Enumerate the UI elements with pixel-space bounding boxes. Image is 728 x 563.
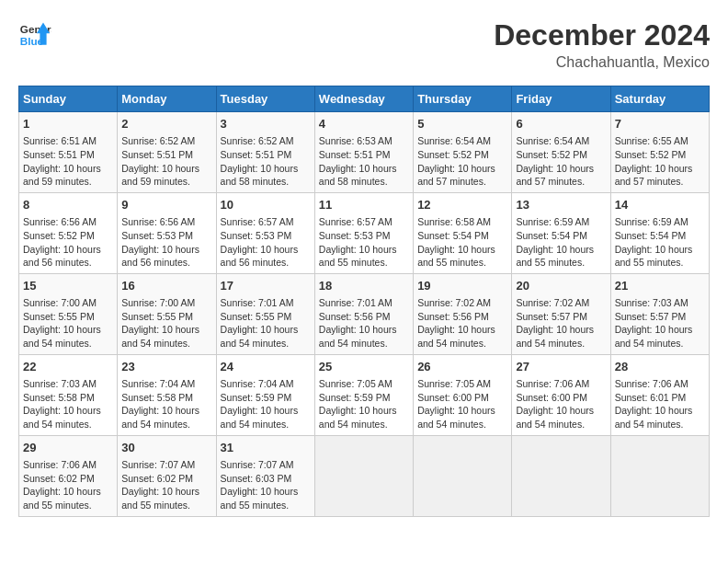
calendar-week-row: 15Sunrise: 7:00 AMSunset: 5:55 PMDayligh… — [19, 273, 710, 354]
calendar-day-cell: 25Sunrise: 7:05 AMSunset: 5:59 PMDayligh… — [314, 354, 413, 435]
sunset-label: Sunset: 5:53 PM — [121, 230, 193, 241]
calendar-day-cell: 16Sunrise: 7:00 AMSunset: 5:55 PMDayligh… — [118, 273, 216, 354]
daylight-label: Daylight: 10 hours and 54 minutes. — [417, 405, 495, 430]
calendar-day-cell: 15Sunrise: 7:00 AMSunset: 5:55 PMDayligh… — [19, 273, 118, 354]
day-number: 14 — [615, 197, 705, 213]
sunrise-label: Sunrise: 7:00 AM — [23, 297, 97, 308]
day-number: 16 — [121, 278, 211, 294]
day-number: 23 — [121, 359, 211, 375]
sunrise-label: Sunrise: 6:56 AM — [23, 216, 97, 227]
calendar-day-cell — [314, 435, 413, 516]
sunset-label: Sunset: 5:53 PM — [319, 230, 391, 241]
sunset-label: Sunset: 5:58 PM — [121, 392, 193, 403]
calendar-day-cell: 26Sunrise: 7:05 AMSunset: 6:00 PMDayligh… — [414, 354, 512, 435]
day-number: 3 — [221, 116, 311, 132]
sunset-label: Sunset: 6:02 PM — [23, 473, 95, 484]
calendar-week-row: 22Sunrise: 7:03 AMSunset: 5:58 PMDayligh… — [19, 354, 710, 435]
calendar-day-cell: 22Sunrise: 7:03 AMSunset: 5:58 PMDayligh… — [19, 354, 118, 435]
calendar-day-cell: 29Sunrise: 7:06 AMSunset: 6:02 PMDayligh… — [19, 435, 118, 516]
day-number: 31 — [221, 440, 311, 456]
calendar-day-cell: 14Sunrise: 6:59 AMSunset: 5:54 PMDayligh… — [610, 192, 709, 273]
daylight-label: Daylight: 10 hours and 54 minutes. — [221, 324, 299, 349]
daylight-label: Daylight: 10 hours and 54 minutes. — [516, 405, 594, 430]
calendar-day-cell — [610, 435, 709, 516]
day-number: 12 — [417, 197, 507, 213]
sunrise-label: Sunrise: 7:06 AM — [516, 378, 589, 389]
calendar-week-row: 8Sunrise: 6:56 AMSunset: 5:52 PMDaylight… — [19, 192, 710, 273]
calendar-day-cell: 18Sunrise: 7:01 AMSunset: 5:56 PMDayligh… — [314, 273, 413, 354]
daylight-label: Daylight: 10 hours and 55 minutes. — [516, 244, 594, 269]
sunrise-label: Sunrise: 7:03 AM — [23, 378, 97, 389]
sunrise-label: Sunrise: 7:01 AM — [319, 297, 392, 308]
sunrise-label: Sunrise: 6:52 AM — [121, 135, 195, 146]
calendar-day-cell: 4Sunrise: 6:53 AMSunset: 5:51 PMDaylight… — [314, 112, 413, 193]
day-number: 11 — [319, 197, 409, 213]
calendar-day-cell: 24Sunrise: 7:04 AMSunset: 5:59 PMDayligh… — [216, 354, 314, 435]
day-number: 6 — [516, 116, 606, 132]
logo: General Blue — [18, 18, 51, 52]
day-of-week-header: Sunday — [19, 86, 118, 112]
calendar-week-row: 29Sunrise: 7:06 AMSunset: 6:02 PMDayligh… — [19, 435, 710, 516]
daylight-label: Daylight: 10 hours and 55 minutes. — [221, 486, 299, 511]
day-number: 1 — [23, 116, 113, 132]
sunrise-label: Sunrise: 6:55 AM — [615, 135, 688, 146]
sunrise-label: Sunrise: 6:57 AM — [221, 216, 294, 227]
sunrise-label: Sunrise: 7:05 AM — [417, 378, 491, 389]
daylight-label: Daylight: 10 hours and 57 minutes. — [417, 163, 495, 188]
sunrise-label: Sunrise: 7:07 AM — [221, 459, 294, 470]
sub-title: Chachahuantla, Mexico — [494, 54, 710, 71]
sunset-label: Sunset: 5:56 PM — [319, 311, 391, 322]
daylight-label: Daylight: 10 hours and 54 minutes. — [615, 405, 693, 430]
day-number: 27 — [516, 359, 606, 375]
daylight-label: Daylight: 10 hours and 58 minutes. — [319, 163, 397, 188]
daylight-label: Daylight: 10 hours and 55 minutes. — [417, 244, 495, 269]
daylight-label: Daylight: 10 hours and 54 minutes. — [121, 324, 199, 349]
day-number: 19 — [417, 278, 507, 294]
sunset-label: Sunset: 5:54 PM — [417, 230, 489, 241]
daylight-label: Daylight: 10 hours and 58 minutes. — [221, 163, 299, 188]
sunset-label: Sunset: 5:52 PM — [615, 149, 687, 160]
sunset-label: Sunset: 6:00 PM — [516, 392, 587, 403]
sunrise-label: Sunrise: 7:01 AM — [221, 297, 294, 308]
main-title: December 2024 — [494, 18, 710, 52]
title-area: December 2024 Chachahuantla, Mexico — [494, 18, 710, 71]
calendar-week-row: 1Sunrise: 6:51 AMSunset: 5:51 PMDaylight… — [19, 112, 710, 193]
day-number: 20 — [516, 278, 606, 294]
day-number: 25 — [319, 359, 409, 375]
calendar-day-cell: 1Sunrise: 6:51 AMSunset: 5:51 PMDaylight… — [19, 112, 118, 193]
sunset-label: Sunset: 5:55 PM — [121, 311, 193, 322]
calendar-day-cell: 5Sunrise: 6:54 AMSunset: 5:52 PMDaylight… — [414, 112, 512, 193]
day-of-week-header: Monday — [118, 86, 216, 112]
sunrise-label: Sunrise: 6:56 AM — [121, 216, 195, 227]
sunrise-label: Sunrise: 7:03 AM — [615, 297, 688, 308]
daylight-label: Daylight: 10 hours and 54 minutes. — [417, 324, 495, 349]
calendar-day-cell: 23Sunrise: 7:04 AMSunset: 5:58 PMDayligh… — [118, 354, 216, 435]
daylight-label: Daylight: 10 hours and 55 minutes. — [23, 486, 101, 511]
daylight-label: Daylight: 10 hours and 54 minutes. — [516, 324, 594, 349]
sunrise-label: Sunrise: 7:06 AM — [23, 459, 97, 470]
calendar-day-cell: 8Sunrise: 6:56 AMSunset: 5:52 PMDaylight… — [19, 192, 118, 273]
sunset-label: Sunset: 6:01 PM — [615, 392, 687, 403]
calendar-day-cell: 19Sunrise: 7:02 AMSunset: 5:56 PMDayligh… — [414, 273, 512, 354]
day-number: 15 — [23, 278, 113, 294]
calendar-day-cell: 2Sunrise: 6:52 AMSunset: 5:51 PMDaylight… — [118, 112, 216, 193]
day-number: 18 — [319, 278, 409, 294]
daylight-label: Daylight: 10 hours and 57 minutes. — [615, 163, 693, 188]
day-number: 22 — [23, 359, 113, 375]
day-number: 24 — [221, 359, 311, 375]
day-number: 2 — [121, 116, 211, 132]
sunrise-label: Sunrise: 6:53 AM — [319, 135, 392, 146]
day-number: 7 — [615, 116, 705, 132]
logo-icon: General Blue — [18, 18, 51, 52]
sunset-label: Sunset: 5:54 PM — [516, 230, 587, 241]
daylight-label: Daylight: 10 hours and 55 minutes. — [615, 244, 693, 269]
calendar-day-cell: 12Sunrise: 6:58 AMSunset: 5:54 PMDayligh… — [414, 192, 512, 273]
sunset-label: Sunset: 5:57 PM — [615, 311, 687, 322]
day-number: 21 — [615, 278, 705, 294]
calendar-day-cell: 11Sunrise: 6:57 AMSunset: 5:53 PMDayligh… — [314, 192, 413, 273]
sunset-label: Sunset: 5:53 PM — [221, 230, 292, 241]
sunrise-label: Sunrise: 7:04 AM — [221, 378, 294, 389]
sunrise-label: Sunrise: 7:06 AM — [615, 378, 688, 389]
calendar-day-cell — [414, 435, 512, 516]
daylight-label: Daylight: 10 hours and 59 minutes. — [23, 163, 101, 188]
